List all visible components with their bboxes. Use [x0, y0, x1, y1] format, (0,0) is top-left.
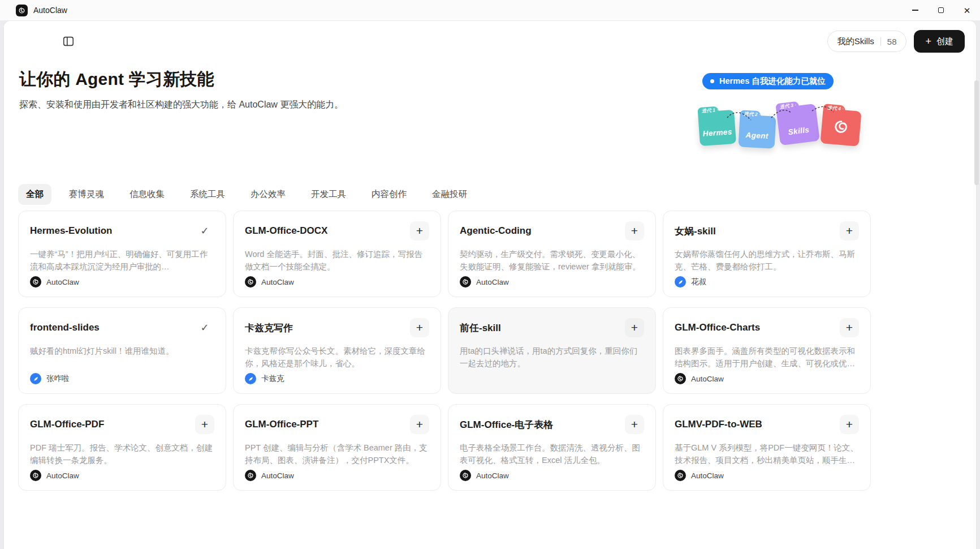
close-button[interactable]: ✕ — [954, 0, 980, 20]
hero-illustration: Hermes 自我进化能力已就位 迭代 1 · Hermes 迭代 2 · Ag… — [698, 73, 867, 153]
create-button[interactable]: + 创建 — [914, 30, 965, 53]
install-button[interactable]: + — [840, 318, 859, 337]
author-name: AutoClaw — [261, 471, 294, 480]
tab-6[interactable]: 内容创作 — [364, 184, 415, 205]
autoclaw-logo-icon — [245, 276, 256, 288]
skill-title: GLM-Office-PDF — [30, 419, 104, 430]
minimize-button[interactable] — [902, 0, 928, 20]
skill-card[interactable]: Hermes-Evolution ✓ 一键养“马”！把用户纠正、明确偏好、可复用… — [18, 211, 226, 297]
main-panel: 我的Skills 58 + 创建 让你的 Agent 学习新技能 探索、安装和使… — [3, 20, 977, 549]
skill-card-header: GLM-Office-Charts + — [675, 318, 859, 337]
skill-card[interactable]: GLMV-PDF-to-WEB + 基于GLM V 系列模型，将PDF一键变网页… — [663, 404, 871, 491]
installed-check-icon: ✓ — [195, 221, 214, 241]
install-button[interactable]: + — [195, 415, 214, 434]
skill-title: GLM-Office-PPT — [245, 419, 318, 430]
skill-author-row: AutoClaw — [245, 470, 429, 481]
autoclaw-logo-icon — [30, 276, 41, 288]
author-name: AutoClaw — [691, 471, 724, 480]
author-name: AutoClaw — [691, 375, 724, 383]
skill-card[interactable]: GLM-Office-DOCX + Word 全能选手。封面、批注、修订追踪，写… — [233, 211, 441, 297]
skill-card[interactable]: 女娲-skill + 女娲帮你蒸馏任何人的思维方式，让乔布斯、马斯克、芒格、费曼… — [663, 211, 871, 297]
skill-card[interactable]: GLM-Office-电子表格 + 电子表格全场景工作台。数据清洗、透视分析、图… — [448, 404, 656, 491]
skill-title: GLM-Office-Charts — [675, 322, 760, 333]
title-bar: AutoClaw ✕ — [0, 0, 980, 20]
install-button[interactable]: + — [840, 221, 859, 241]
skill-author-row: 张咋啦 — [30, 373, 214, 384]
skill-title: GLMV-PDF-to-WEB — [675, 419, 762, 430]
skill-title: GLM-Office-电子表格 — [460, 418, 553, 431]
installed-check-icon: ✓ — [195, 318, 214, 337]
author-avatar-icon — [30, 373, 41, 384]
tab-5[interactable]: 开发工具 — [303, 184, 354, 205]
autoclaw-logo-icon — [675, 470, 686, 481]
autoclaw-logo-icon — [460, 276, 471, 288]
tab-3[interactable]: 系统工具 — [182, 184, 233, 205]
iteration-folder: 迭代 2 · Agent — [739, 114, 776, 148]
skill-card-header: GLM-Office-PDF + — [30, 415, 214, 434]
pill-divider — [880, 37, 881, 46]
my-skills-button[interactable]: 我的Skills 58 — [827, 31, 907, 52]
skill-title: 前任-skill — [460, 321, 501, 334]
install-button[interactable]: + — [625, 415, 644, 434]
sidebar-toggle-icon[interactable] — [62, 35, 75, 48]
skill-card[interactable]: 卡兹克写作 + 卡兹克帮你写公众号长文。素材给它，深度文章给你，风格还是那个味儿… — [233, 307, 441, 394]
install-button[interactable]: + — [625, 318, 644, 337]
skill-description: 一键养“马”！把用户纠正、明确偏好、可复用工作流和高成本踩坑沉淀为经用户审批的… — [30, 248, 214, 273]
skill-description: 贼好看的html幻灯片skill！谁用谁知道。 — [30, 345, 214, 357]
tab-1[interactable]: 赛博灵魂 — [61, 184, 112, 205]
skill-title: Agentic-Coding — [460, 225, 532, 237]
install-button[interactable]: + — [840, 415, 859, 434]
author-name: 张咋啦 — [46, 374, 70, 384]
maximize-icon — [938, 7, 944, 13]
skills-grid: Hermes-Evolution ✓ 一键养“马”！把用户纠正、明确偏好、可复用… — [18, 211, 965, 491]
install-button[interactable]: + — [410, 415, 429, 434]
evolution-badge-label: Hermes 自我进化能力已就位 — [719, 76, 826, 87]
skill-card[interactable]: GLM-Office-PDF + PDF 瑞士军刀。报告、学术论文、创意文档，创… — [18, 404, 226, 491]
tab-2[interactable]: 信息收集 — [122, 184, 172, 205]
install-button[interactable]: + — [410, 221, 429, 241]
my-skills-count: 58 — [887, 37, 897, 46]
badge-dot-icon — [710, 79, 714, 83]
skill-author-row: 卡兹克 — [245, 373, 429, 384]
autoclaw-logo-icon — [30, 470, 41, 481]
skill-title: 女娲-skill — [675, 225, 716, 238]
skill-card-header: 前任-skill + — [460, 318, 644, 337]
skill-author-row: AutoClaw — [30, 276, 214, 288]
claw-logo-icon — [821, 117, 861, 136]
author-name: AutoClaw — [476, 471, 509, 480]
tab-0[interactable]: 全部 — [18, 184, 51, 205]
skill-description: 图表界多面手。涵盖所有类型的可视化数据表示和结构图示。适用于用户创建、生成、可视… — [675, 345, 859, 370]
skill-card-header: Hermes-Evolution ✓ — [30, 221, 214, 241]
skill-card[interactable]: Agentic-Coding + 契约驱动，生产级交付。需求锁死、变更最小化、失… — [448, 211, 656, 297]
iteration-folders: 迭代 1 · Hermes 迭代 2 · Agent 迭代 3 · Skills… — [698, 101, 867, 153]
scrollbar-thumb[interactable] — [974, 80, 979, 185]
author-name: AutoClaw — [476, 278, 509, 286]
maximize-button[interactable] — [928, 0, 954, 20]
create-button-label: 创建 — [936, 36, 953, 47]
skill-card-header: Agentic-Coding + — [460, 221, 644, 241]
skill-card[interactable]: frontend-slides ✓ 贼好看的html幻灯片skill！谁用谁知道… — [18, 307, 226, 394]
iteration-folder-tab: 迭代 4 · — [827, 105, 844, 113]
plus-icon: + — [925, 36, 931, 46]
skill-title: GLM-Office-DOCX — [245, 225, 327, 237]
skill-card[interactable]: GLM-Office-PPT + PPT 创建、编辑与分析（含学术 Beamer… — [233, 404, 441, 491]
skill-description: PPT 创建、编辑与分析（含学术 Beamer 路由，支持布局、图表、演讲备注）… — [245, 441, 429, 466]
skill-card[interactable]: 前任-skill + 用ta的口头禅说话，用ta的方式回复你，重回你们一起去过的… — [448, 307, 656, 394]
header-actions: 我的Skills 58 + 创建 — [827, 30, 965, 53]
iteration-folder-label: Skills — [779, 125, 819, 138]
autoclaw-logo-icon — [675, 373, 686, 384]
close-icon: ✕ — [964, 6, 971, 15]
skill-author-row: AutoClaw — [675, 470, 859, 481]
skill-description: 卡兹克帮你写公众号长文。素材给它，深度文章给你，风格还是那个味儿，省心。 — [245, 345, 429, 370]
skill-card[interactable]: GLM-Office-Charts + 图表界多面手。涵盖所有类型的可视化数据表… — [663, 307, 871, 394]
install-button[interactable]: + — [410, 318, 429, 337]
iteration-folder: 迭代 1 · Hermes — [698, 110, 736, 146]
author-avatar-icon — [245, 373, 256, 384]
tab-4[interactable]: 办公效率 — [243, 184, 293, 205]
tab-7[interactable]: 金融投研 — [424, 184, 475, 205]
author-name: 卡兹克 — [261, 374, 284, 384]
skill-author-row: 花叔 — [675, 276, 859, 288]
minimize-icon — [912, 10, 918, 10]
iteration-folder-label: Hermes — [699, 127, 736, 138]
install-button[interactable]: + — [625, 221, 644, 241]
